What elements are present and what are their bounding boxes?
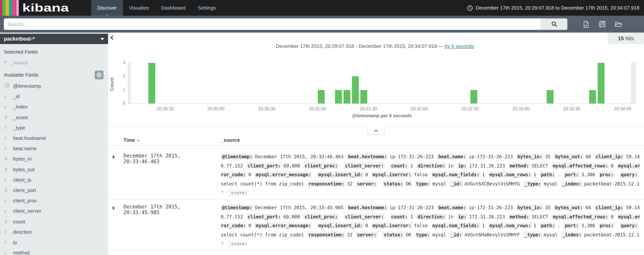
new-search-icon[interactable]	[582, 20, 590, 28]
field-item-direction[interactable]: tdirection	[0, 227, 108, 237]
time-picker[interactable]: December 17th 2015, 20:29:07.918 to Dece…	[467, 0, 644, 16]
search-input[interactable]	[4, 18, 541, 30]
source-field-key: mysql.num_rows:	[488, 172, 532, 178]
field-item-beat-name[interactable]: tbeat.name	[0, 143, 108, 154]
collapse-sidebar-chevron[interactable]	[110, 34, 114, 42]
source-field-key: responsetime:	[307, 232, 346, 238]
source-field-value: December 17th 2015, 20:33:45.985	[255, 204, 344, 210]
field-item-bytes-out[interactable]: #bytes_out	[0, 164, 108, 174]
field-item-client-server[interactable]: tclient_server	[0, 206, 108, 216]
source-field-key: ip:	[457, 162, 468, 169]
y-tick-label: 2	[114, 74, 125, 78]
field-item-client-port[interactable]: #client_port	[0, 185, 108, 196]
available-fields-list: @timestampt_idt_index#_scoret_typetbeat.…	[0, 81, 108, 255]
column-header-time[interactable]: Time	[124, 137, 140, 143]
expand-row-caret-icon[interactable]	[113, 155, 115, 159]
field-item-method[interactable]: tmethod	[0, 248, 108, 255]
histogram-bar-20:31:20[interactable]	[352, 76, 359, 104]
nav-tab-discover[interactable]: Discover	[91, 0, 123, 16]
search-button[interactable]	[541, 18, 567, 30]
field-label: bytes_in	[13, 156, 32, 162]
source-field-key: port:	[564, 222, 580, 229]
partial-bucket-marker	[631, 62, 636, 104]
string-field-icon: t	[4, 229, 13, 235]
source-field-key: proc:	[598, 172, 615, 178]
histogram-bar-20:33:15[interactable]	[547, 90, 554, 104]
source-field-key: mysql.affected_rows:	[552, 162, 609, 169]
source-field-key: mysql.num_rows:	[488, 222, 532, 229]
collapse-chart-button[interactable]	[367, 126, 385, 135]
source-field-key: beat.hostname:	[347, 204, 388, 211]
field-sidebar: packetbeat-* Selected Fields ? _source A…	[0, 32, 108, 255]
nav-tab-dashboard[interactable]: Dashboard	[155, 0, 192, 16]
histogram-bar-20:33:40[interactable]	[589, 90, 596, 104]
row-time-cell: December 17th 2015, 20:33:45.985	[124, 204, 219, 215]
source-field-key: ip:	[457, 213, 468, 220]
top-nav: kibana DiscoverVisualizeDashboardSetting…	[0, 0, 644, 16]
field-item-ip[interactable]: tip	[0, 237, 108, 248]
field-item-beat-hostname[interactable]: tbeat.hostname	[0, 133, 108, 143]
field-item--timestamp[interactable]: @timestamp	[0, 81, 108, 91]
histogram-bar-20:31:15[interactable]	[343, 90, 350, 104]
field-label: _index	[13, 104, 28, 110]
source-field-key: bytes_out:	[554, 153, 584, 160]
interval-link[interactable]: by 5 seconds	[445, 43, 474, 49]
source-field-key: bytes_out:	[554, 204, 584, 211]
source-field-key: _id:	[450, 180, 463, 187]
source-field-value: 35	[545, 154, 550, 160]
field-label: _type	[13, 125, 25, 131]
field-item-bytes-in[interactable]: #bytes_in	[0, 154, 108, 164]
source-field-key: _type:	[523, 180, 542, 187]
table-header: Time _source	[108, 137, 644, 146]
source-field-value: 0	[248, 223, 251, 228]
source-field-key: count:	[390, 162, 409, 169]
source-field-key: query:	[620, 172, 639, 178]
source-field-value: 172.31.26.223	[469, 214, 505, 219]
field-item-client-ip[interactable]: tclient_ip	[0, 174, 108, 185]
source-field-key: mysql.iserror:	[372, 222, 412, 229]
field-item-client-proc[interactable]: tclient_proc	[0, 196, 108, 206]
index-pattern-selector[interactable]: packetbeat-*	[0, 34, 108, 44]
nav-tab-visualize[interactable]: Visualize	[123, 0, 155, 16]
source-field-key: _type:	[523, 232, 542, 238]
open-search-icon[interactable]	[614, 20, 623, 28]
histogram-bar-20:31:00[interactable]	[318, 90, 325, 104]
expand-row-caret-icon[interactable]	[113, 206, 115, 210]
histogram-bar-20:31:25[interactable]	[360, 90, 367, 104]
source-field-value: in	[448, 214, 454, 219]
field-item--score[interactable]: #_score	[0, 112, 108, 122]
source-field-key: mysql.error_message:	[254, 172, 312, 178]
logo-stripe	[0, 0, 2, 16]
histogram-bar-20:29:20[interactable]	[148, 63, 156, 104]
source-field-key: client_port:	[246, 162, 282, 169]
field-settings-button[interactable]	[95, 70, 104, 79]
source-field-key: path:	[540, 222, 556, 229]
string-field-icon: t	[4, 125, 13, 131]
source-field-key: query:	[620, 222, 639, 229]
field-label: _score	[13, 114, 28, 120]
source-field-key: _score:	[227, 190, 248, 196]
save-search-icon[interactable]	[598, 20, 606, 28]
source-field-key: mysql.error_message:	[254, 222, 312, 229]
field-item--type[interactable]: t_type	[0, 122, 108, 133]
field-item-count[interactable]: #count	[0, 216, 108, 227]
source-field-value: ip-172-31-26-223	[390, 154, 434, 160]
source-field-key: _index:	[561, 180, 583, 187]
source-field-value: AVGvt6XCBevylVsSMHYG	[464, 181, 520, 186]
source-field-value: 1	[482, 223, 485, 228]
source-field-key: bytes_in:	[516, 204, 544, 211]
field-item--index[interactable]: t_index	[0, 102, 108, 112]
source-field-key: client_ip:	[594, 204, 624, 211]
nav-tab-settings[interactable]: Settings	[192, 0, 222, 16]
field-label: bytes_out	[13, 166, 35, 172]
x-tick-mark	[521, 104, 521, 106]
histogram-bar-20:32:30[interactable]	[470, 90, 477, 104]
row-time-cell: December 17th 2015, 20:33:46.463	[124, 153, 219, 164]
histogram-bar-20:31:10[interactable]	[335, 90, 342, 104]
histogram-bar-20:33:45[interactable]	[598, 63, 604, 104]
field-item--id[interactable]: t_id	[0, 91, 108, 102]
number-field-icon: #	[4, 187, 13, 193]
field-label: client_port	[13, 187, 36, 193]
source-field-value: 60,000	[283, 163, 300, 168]
field-item-source[interactable]: ? _source	[4, 60, 28, 66]
